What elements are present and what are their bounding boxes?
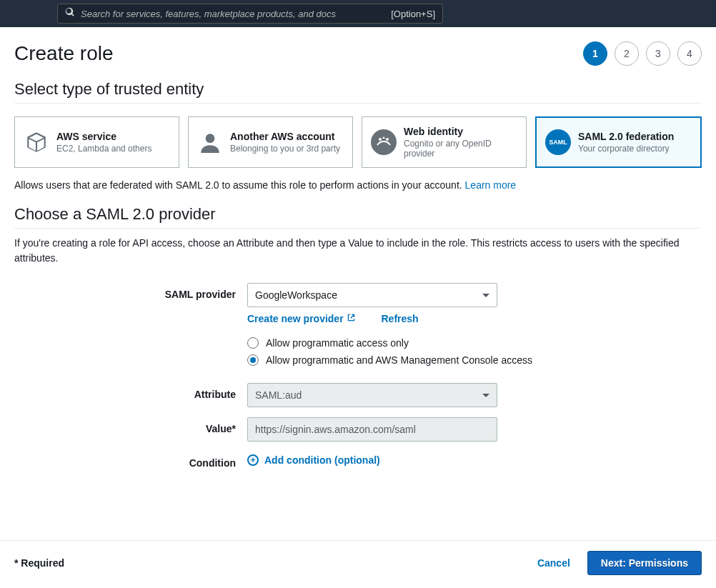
cancel-button[interactable]: Cancel xyxy=(537,557,570,569)
wizard-footer: * Required Cancel Next: Permissions xyxy=(0,540,716,585)
entity-description: Allows users that are federated with SAM… xyxy=(14,179,702,191)
provider-heading: Choose a SAML 2.0 provider xyxy=(14,205,702,229)
entity-card-web-identity[interactable]: Web identity Cognito or any OpenID provi… xyxy=(362,116,527,168)
top-nav-bar: [Option+S] xyxy=(0,0,716,27)
step-1[interactable]: 1 xyxy=(583,41,607,66)
entity-card-aws-service[interactable]: AWS service EC2, Lambda and others xyxy=(14,116,179,168)
radio-label: Allow programmatic access only xyxy=(266,337,409,349)
attribute-select: SAML:aud xyxy=(247,383,497,407)
entity-subtitle: Your corporate directory xyxy=(578,144,674,154)
svg-point-2 xyxy=(379,138,382,141)
saml-icon: SAML xyxy=(545,129,571,155)
entity-title: Another AWS account xyxy=(230,131,340,142)
svg-point-3 xyxy=(386,138,389,141)
required-note: * Required xyxy=(14,557,64,569)
radio-programmatic-and-console[interactable]: Allow programmatic and AWS Management Co… xyxy=(247,354,702,366)
attribute-value: SAML:aud xyxy=(255,389,302,401)
value-input: https://signin.aws.amazon.com/saml xyxy=(247,417,497,442)
cube-icon xyxy=(24,129,49,155)
value-label: Value* xyxy=(14,417,247,434)
radio-icon xyxy=(247,337,259,349)
attribute-label: Attribute xyxy=(14,383,247,400)
saml-provider-select[interactable]: GoogleWorkspace xyxy=(247,283,497,307)
create-new-provider-link[interactable]: Create new provider xyxy=(247,313,356,324)
svg-point-0 xyxy=(206,134,215,143)
entity-title: SAML 2.0 federation xyxy=(578,131,674,142)
entity-subtitle: Cognito or any OpenID provider xyxy=(404,139,517,159)
search-shortcut: [Option+S] xyxy=(391,9,435,19)
learn-more-link[interactable]: Learn more xyxy=(465,179,517,191)
entity-subtitle: EC2, Lambda and others xyxy=(56,144,151,154)
next-permissions-button[interactable]: Next: Permissions xyxy=(587,551,702,575)
refresh-link[interactable]: Refresh xyxy=(382,313,419,324)
entity-title: AWS service xyxy=(56,131,151,142)
saml-provider-value: GoogleWorkspace xyxy=(255,289,337,301)
wizard-steps: 1 2 3 4 xyxy=(583,41,702,66)
step-4[interactable]: 4 xyxy=(677,41,702,66)
provider-helper-text: If you're creating a role for API access… xyxy=(14,236,702,266)
web-identity-icon xyxy=(371,129,397,155)
entity-card-saml-federation[interactable]: SAML SAML 2.0 federation Your corporate … xyxy=(535,116,702,168)
step-3[interactable]: 3 xyxy=(646,41,670,66)
entity-subtitle: Belonging to you or 3rd party xyxy=(230,144,340,154)
radio-label: Allow programmatic and AWS Management Co… xyxy=(266,354,532,366)
person-icon xyxy=(197,129,223,155)
trusted-entity-heading: Select type of trusted entity xyxy=(14,80,702,104)
condition-label: Condition xyxy=(14,452,247,469)
radio-programmatic-only[interactable]: Allow programmatic access only xyxy=(247,337,702,349)
chevron-down-icon xyxy=(482,294,489,297)
add-condition-button[interactable]: + Add condition (optional) xyxy=(247,454,702,466)
page-title: Create role xyxy=(14,42,114,65)
saml-provider-label: SAML provider xyxy=(14,283,247,300)
entity-card-another-account[interactable]: Another AWS account Belonging to you or … xyxy=(188,116,353,168)
external-link-icon xyxy=(347,313,356,322)
global-search[interactable]: [Option+S] xyxy=(57,4,443,24)
search-input[interactable] xyxy=(81,9,385,19)
entity-title: Web identity xyxy=(404,126,517,137)
chevron-down-icon xyxy=(482,394,489,397)
step-2[interactable]: 2 xyxy=(615,41,639,66)
radio-icon xyxy=(247,354,259,366)
search-icon xyxy=(65,7,75,20)
plus-circle-icon: + xyxy=(247,454,259,466)
